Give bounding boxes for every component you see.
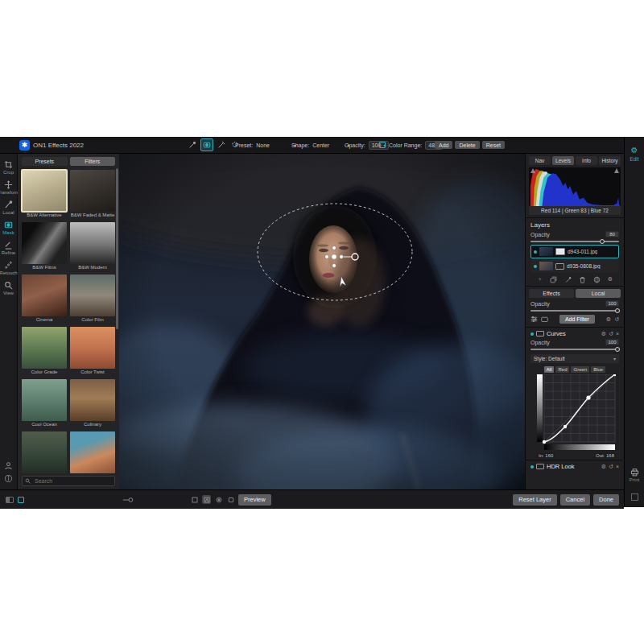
filter-settings-gear-icon[interactable]: ⚙ (606, 316, 611, 323)
tool-transform[interactable]: Transform (0, 180, 19, 195)
masking-bug-icon[interactable] (216, 139, 227, 151)
tool-view[interactable]: View (3, 281, 14, 295)
add-filter-button[interactable]: Add Filter (559, 315, 595, 324)
masking-brush-icon[interactable] (200, 138, 213, 151)
add-button[interactable]: Add (435, 141, 452, 149)
tone-curve-editor[interactable]: In: 160 Out: 168 (537, 374, 616, 458)
tab-history[interactable]: History (599, 156, 621, 165)
preset-item[interactable]: Cool Ocean (22, 379, 67, 428)
reset-button[interactable]: Reset (482, 141, 505, 149)
soft-proof-icon[interactable] (226, 495, 235, 504)
preset-dropdown[interactable]: Preset: None ▾ (235, 137, 296, 153)
preset-item[interactable]: Dark Forest (22, 431, 67, 473)
channel-red-button[interactable]: Red (555, 366, 569, 373)
done-button[interactable]: Done (593, 494, 619, 506)
original-view-icon[interactable] (190, 495, 199, 504)
slider-thumb[interactable] (615, 308, 620, 313)
mask-badge-icon[interactable] (536, 464, 544, 469)
print-button[interactable]: Print (630, 468, 639, 482)
account-icon[interactable] (4, 461, 13, 470)
duplicate-layer-icon[interactable] (550, 276, 557, 283)
layers-opacity-slider[interactable] (530, 238, 619, 244)
layer-row[interactable]: d943-011.jpg (530, 245, 619, 258)
preset-item[interactable]: B&W Modern (70, 222, 115, 271)
toggle-left-panel-icon[interactable] (6, 497, 14, 503)
layer-settings-gear-icon[interactable]: ⚙ (608, 276, 613, 283)
master-opacity-slider[interactable] (530, 308, 619, 313)
layer-row[interactable]: d935-0808.jpg (530, 259, 619, 273)
shadow-clipping-warning-icon[interactable] (530, 168, 535, 173)
tab-levels[interactable]: Levels (552, 156, 574, 165)
shape-dropdown[interactable]: Shape: Center ▾ (291, 137, 349, 153)
layers-opacity-value[interactable]: 80 (605, 231, 619, 237)
curves-filter-header[interactable]: Curves ⚙ ↺ × (526, 327, 624, 338)
reset-icon[interactable]: ↺ (609, 464, 613, 470)
channel-blue-button[interactable]: Blue (591, 366, 605, 373)
gear-icon[interactable]: ⚙ (601, 464, 606, 470)
photo-canvas[interactable] (119, 154, 525, 489)
curves-opacity-slider[interactable] (530, 346, 619, 352)
preset-item[interactable]: Cinema (22, 275, 67, 324)
preset-item[interactable]: Culinary (70, 379, 115, 428)
preset-item[interactable]: Color Twist (70, 327, 115, 376)
scrollbar-thumb[interactable] (116, 168, 118, 329)
filter-enabled-icon[interactable] (530, 465, 534, 469)
search-input[interactable] (33, 477, 112, 485)
tool-refine[interactable]: Refine (2, 241, 15, 255)
mask-badge-icon[interactable] (536, 331, 544, 336)
hdr-look-filter-header[interactable]: HDR Look ⚙ ↺ × (526, 460, 624, 471)
paint-brush-icon[interactable] (187, 139, 198, 151)
edit-module-button[interactable]: ⚙ Edit (630, 147, 638, 162)
curves-style-dropdown[interactable]: Style: Default ▾ (530, 354, 619, 363)
blend-sphere-icon[interactable] (593, 276, 601, 283)
layer-mask-badge-icon[interactable] (555, 263, 564, 270)
delete-button[interactable]: Delete (455, 141, 479, 149)
slider-thumb[interactable] (615, 347, 620, 352)
preview-button[interactable]: Preview (238, 494, 271, 506)
mask-badge-icon[interactable] (541, 316, 548, 323)
tab-effects[interactable]: Effects (529, 289, 574, 298)
tool-crop[interactable]: Crop (3, 160, 14, 175)
collapse-panel-icon[interactable] (631, 493, 638, 501)
channel-all-button[interactable]: All (544, 366, 555, 373)
layer-visibility-icon[interactable] (534, 265, 537, 268)
delete-layer-icon[interactable] (579, 276, 586, 283)
reset-layer-button[interactable]: Reset Layer (513, 494, 556, 506)
tab-local[interactable]: Local (576, 289, 621, 298)
layer-visibility-icon[interactable] (534, 250, 537, 254)
tool-mask[interactable]: Mask (2, 221, 14, 235)
mask-view-icon[interactable] (214, 495, 223, 504)
slider-thumb[interactable] (600, 239, 605, 244)
layer-mask-thumbnail[interactable] (555, 248, 565, 255)
filter-enabled-icon[interactable] (530, 332, 534, 336)
close-icon[interactable]: × (616, 464, 619, 469)
help-info-icon[interactable] (4, 474, 13, 483)
channel-green-button[interactable]: Green (571, 366, 589, 373)
preset-item[interactable]: Color Grade (22, 327, 67, 376)
gear-icon[interactable]: ⚙ (601, 331, 606, 337)
highlight-clipping-warning-icon[interactable] (614, 168, 619, 173)
preset-item[interactable]: B&W Faded & Matte (70, 170, 115, 219)
filter-reset-icon[interactable]: ↺ (614, 316, 619, 323)
color-range-checkbox[interactable] (379, 142, 386, 148)
compare-view-icon[interactable] (202, 495, 211, 504)
tool-retouch[interactable]: Retouch (0, 261, 18, 275)
preset-item[interactable]: B&W Alternative (22, 170, 67, 219)
tab-presets[interactable]: Presets (22, 157, 68, 166)
preset-item[interactable]: Color Film (70, 275, 115, 324)
filter-sliders-icon[interactable] (530, 316, 538, 323)
zoom-compare-icon[interactable] (122, 490, 135, 509)
master-opacity-value[interactable]: 100 (605, 300, 619, 307)
toggle-browse-icon[interactable] (18, 497, 24, 503)
tool-local[interactable]: Local (2, 200, 14, 215)
add-layer-icon[interactable]: ＋ (537, 275, 543, 283)
curves-opacity-value[interactable]: 100 (605, 339, 619, 345)
preset-item[interactable]: B&W Films (22, 222, 67, 271)
cancel-button[interactable]: Cancel (560, 494, 590, 506)
close-icon[interactable]: × (616, 331, 619, 336)
tab-filters[interactable]: Filters (70, 157, 116, 166)
preset-item[interactable]: Golden Autumn (70, 431, 115, 473)
tab-nav[interactable]: Nav (529, 156, 551, 165)
reset-icon[interactable]: ↺ (609, 331, 613, 337)
tab-info[interactable]: Info (576, 156, 597, 165)
